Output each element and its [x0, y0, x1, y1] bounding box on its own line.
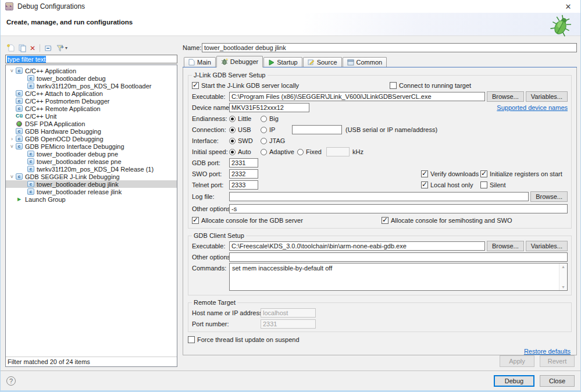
telnet-port-input[interactable]: 2333 — [229, 180, 258, 190]
tree-item[interactable]: cGDB Hardware Debugging — [6, 127, 177, 135]
allocate-swo-console-checkbox[interactable]: Allocate console for semihosting and SWO — [382, 217, 512, 224]
window-icon — [347, 59, 354, 66]
client-executable-input[interactable]: C:\Freescale\KDS_3.0.0\toolchain\bin\arm… — [229, 241, 485, 251]
endianness-big-radio[interactable]: Big — [261, 115, 279, 122]
new-configuration-icon[interactable] — [6, 44, 15, 52]
initialize-registers-checkbox[interactable]: Initialize registers on start — [480, 170, 568, 177]
connection-hint: (USB serial or IP name/address) — [345, 126, 437, 133]
scroll-up-icon[interactable]: ▲ — [561, 265, 565, 269]
filter-input-text: type filter text — [7, 56, 46, 63]
start-server-locally-checkbox[interactable]: Start the J-Link GDB server locally — [192, 82, 390, 89]
server-other-options-input[interactable]: -s — [229, 204, 568, 213]
gdb-client-group: GDB Client Setup Executable: C:\Freescal… — [188, 236, 572, 295]
tree-item-label: tower_bootloader debug pne — [37, 151, 118, 158]
remote-target-group: Remote Target Host name or IP address: l… — [188, 302, 572, 332]
tab-source[interactable]: Source — [303, 57, 342, 67]
server-variables-button[interactable]: Variables... — [526, 91, 568, 102]
supported-device-names-link[interactable]: Supported device names — [497, 104, 568, 111]
tree-item[interactable]: ˅cC/C++ Application — [6, 67, 177, 74]
tree-item[interactable]: ctower_bootloader debug pne — [6, 150, 177, 158]
help-icon[interactable]: ? — [6, 376, 16, 386]
close-button[interactable]: Close — [540, 375, 575, 387]
client-browse-button[interactable]: Browse... — [487, 241, 524, 251]
tree-item[interactable]: ctwrkv31f120m_pos_KDS_D4 Release (1) — [6, 165, 177, 173]
interface-swd-radio[interactable]: SWD — [229, 137, 261, 144]
verify-downloads-checkbox[interactable]: Verify downloads — [421, 170, 480, 177]
tree-item[interactable]: ctower_bootloader debug — [6, 74, 177, 82]
connection-label: Connection: — [192, 126, 229, 133]
client-executable-label: Executable: — [192, 243, 229, 250]
restore-defaults-link[interactable]: Restore defaults — [524, 348, 571, 355]
apply-button[interactable]: Apply — [500, 355, 534, 367]
collapse-all-icon[interactable] — [44, 44, 53, 52]
server-executable-input[interactable]: C:\Program Files (x86)\SEGGER\JLink_V600… — [229, 92, 485, 101]
expanded-chevron-icon[interactable]: ˅ — [8, 68, 16, 74]
duplicate-configuration-icon[interactable] — [18, 44, 27, 52]
tree-item[interactable]: ▶Launch Group — [6, 195, 177, 203]
collapsed-chevron-icon[interactable]: › — [8, 136, 16, 142]
server-browse-button[interactable]: Browse... — [487, 91, 524, 102]
allocate-gdb-console-checkbox[interactable]: Allocate console for the GDB server — [192, 217, 382, 224]
speed-fixed-radio[interactable]: Fixed — [297, 148, 326, 155]
silent-checkbox[interactable]: Silent — [480, 181, 568, 188]
config-tree: ˅cC/C++ Applicationctower_bootloader deb… — [6, 65, 177, 357]
tab-main[interactable]: Main — [184, 57, 216, 67]
tree-item[interactable]: cC/C++ Postmortem Debugger — [6, 97, 177, 105]
tab-startup[interactable]: Startup — [263, 57, 302, 67]
expanded-chevron-icon[interactable]: ˅ — [8, 144, 16, 149]
log-file-input[interactable] — [229, 192, 529, 201]
tree-item-label: twrkv31f120m_pos_KDS_D4 Bootloader — [37, 83, 152, 90]
tree-item[interactable]: ctower_bootloader release pne — [6, 158, 177, 165]
tree-item[interactable]: ˅cGDB PEMicro Interface Debugging — [6, 142, 177, 150]
commands-scrollbar[interactable]: ▲ ▼ — [559, 263, 567, 290]
c-application-icon: c — [27, 83, 34, 89]
filter-menu-caret-icon[interactable]: ▾ — [65, 45, 67, 51]
filter-input[interactable]: type filter text — [5, 55, 177, 63]
jlink-gdb-server-group: J-Link GDB Server Setup Start the J-Link… — [188, 75, 572, 229]
tree-item[interactable]: ctwrkv31f120m_pos_KDS_D4 Bootloader — [6, 82, 177, 90]
force-thread-list-checkbox[interactable]: Force thread list update on suspend — [188, 336, 573, 343]
filter-status: Filter matched 20 of 24 items — [6, 357, 177, 366]
tree-item[interactable]: ˅cGDB SEGGER J-Link Debugging — [6, 173, 177, 180]
tree-item[interactable]: cC/C++ Remote Application — [6, 105, 177, 112]
client-other-options-input[interactable] — [229, 252, 568, 262]
connection-ip-radio[interactable]: IP — [261, 126, 292, 133]
endianness-little-radio[interactable]: Little — [229, 115, 261, 122]
tree-item[interactable]: ctower_bootloader release jlink — [6, 188, 177, 195]
commands-textarea[interactable]: set mem inaccessible-by-default off ▲ ▼ — [229, 263, 568, 291]
gdb-port-input[interactable]: 2331 — [229, 158, 258, 168]
filter-launch-configurations-icon[interactable]: ▾ — [56, 44, 67, 52]
debug-button[interactable]: Debug — [494, 375, 534, 387]
server-executable-label: Executable: — [192, 93, 229, 100]
tree-item[interactable]: DSF PDA Application — [6, 120, 177, 127]
port-number-input: 2331 — [261, 319, 316, 329]
swo-port-input[interactable]: 2332 — [229, 169, 258, 179]
connection-address-input[interactable] — [292, 125, 342, 134]
swo-port-label: SWO port: — [192, 170, 229, 177]
tree-item[interactable]: cC/C++ Attach to Application — [6, 90, 177, 97]
speed-adaptive-radio[interactable]: Adaptive — [261, 148, 297, 155]
connection-usb-radio[interactable]: USB — [229, 126, 261, 133]
close-icon[interactable]: ✕ — [561, 2, 576, 11]
dialog-body: ✕ ▾ type filter text ˅cC/C++ Application… — [1, 37, 580, 370]
c-application-icon: c — [27, 181, 34, 187]
speed-auto-radio[interactable]: Auto — [229, 148, 261, 155]
expanded-chevron-icon[interactable]: ˅ — [8, 174, 16, 180]
tab-debugger[interactable]: Debugger — [216, 56, 263, 67]
tree-item[interactable]: ctower_bootloader debug jlink — [6, 180, 177, 188]
tree-item[interactable]: ›cGDB OpenOCD Debugging — [6, 135, 177, 142]
client-variables-button[interactable]: Variables... — [526, 241, 568, 251]
delete-configuration-icon[interactable]: ✕ — [30, 45, 35, 52]
revert-button[interactable]: Revert — [540, 355, 575, 367]
local-host-only-checkbox[interactable]: Local host only — [421, 181, 480, 188]
interface-jtag-radio[interactable]: JTAG — [261, 137, 285, 144]
tab-common[interactable]: Common — [343, 57, 387, 67]
banner-subtitle: Create, manage, and run configurations — [6, 19, 580, 26]
device-name-input[interactable]: MKV31F512xxx12 — [229, 103, 309, 112]
log-file-browse-button[interactable]: Browse... — [530, 191, 568, 202]
host-input: localhost — [261, 308, 316, 318]
tree-item[interactable]: CüC/C++ Unit — [6, 112, 177, 120]
connect-to-running-target-checkbox[interactable]: Connect to running target — [390, 82, 471, 89]
name-input[interactable]: tower_bootloader debug jlink — [202, 43, 577, 52]
scroll-down-icon[interactable]: ▼ — [561, 285, 565, 289]
